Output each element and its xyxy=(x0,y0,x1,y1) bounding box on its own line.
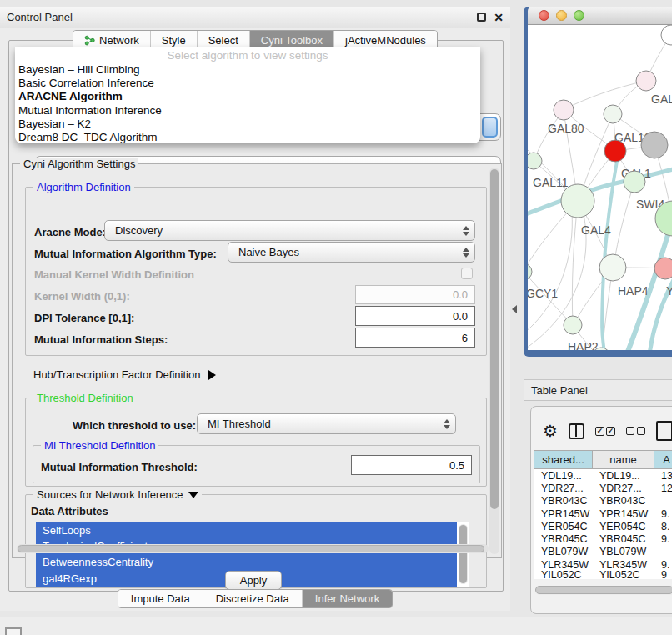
tab-cyni-toolbox[interactable]: Cyni Toolbox xyxy=(250,31,334,49)
tab-discretize-data[interactable]: Discretize Data xyxy=(203,590,303,608)
cyni-bottom-tabbar: Impute Data Discretize Data Infer Networ… xyxy=(0,589,510,608)
algorithm-definition-title: Algorithm Definition xyxy=(33,181,134,193)
mi-steps-label: Mutual Information Steps: xyxy=(34,333,168,346)
table-row[interactable]: YBL079WYBL079W xyxy=(534,546,672,558)
which-threshold-combobox[interactable]: MI Threshold xyxy=(197,413,456,434)
threshold-definition-title: Threshold Definition xyxy=(33,392,137,404)
mi-type-combobox[interactable]: Naive Bayes xyxy=(228,242,475,262)
network-node[interactable] xyxy=(564,316,582,334)
network-node-label: GAL80 xyxy=(548,122,584,135)
dropdown-item[interactable]: Bayesian – K2 xyxy=(15,118,480,131)
column-header-clipped[interactable]: A xyxy=(654,451,672,468)
combo-arrows-icon xyxy=(444,419,450,429)
network-node-label: Y xyxy=(666,284,672,298)
dropdown-item[interactable]: Dream8 DC_TDC Algorithm xyxy=(15,131,480,144)
settings-horizontal-scrollbar[interactable] xyxy=(17,544,489,553)
list-item[interactable]: SelfLoops xyxy=(36,522,457,538)
list-scrollbar[interactable] xyxy=(459,524,468,584)
tab-impute-data[interactable]: Impute Data xyxy=(118,590,203,608)
dpi-tolerance-field[interactable]: 0.0 xyxy=(355,306,475,326)
dropdown-placeholder: Select algorithm to view settings xyxy=(15,49,480,63)
network-icon xyxy=(84,35,95,46)
select-none-icon[interactable] xyxy=(626,427,645,435)
float-panel-icon[interactable] xyxy=(477,12,486,22)
network-node-label: GAL11 xyxy=(533,176,569,189)
table-row[interactable]: YPR145WYPR145W9. xyxy=(534,508,672,520)
dropdown-item[interactable]: Mutual Information Inference xyxy=(15,104,480,118)
network-node[interactable] xyxy=(561,184,594,218)
sources-toggle[interactable]: Sources for Network Inference xyxy=(33,488,202,501)
network-node[interactable] xyxy=(624,171,645,192)
hub-definition-toggle[interactable]: Hub/Transcription Factor Definition xyxy=(33,368,216,381)
combo-arrows-icon xyxy=(463,248,469,258)
network-canvas[interactable]: GALGAL80GAL10GAL1GAL11SWI4GAL4GCY1HAP4YH… xyxy=(528,25,672,350)
manual-kernel-label: Manual Kernel Width Definition xyxy=(34,268,194,281)
combobox-stepper xyxy=(482,117,498,138)
divider-tick xyxy=(3,0,3,5)
combo-arrows-icon xyxy=(463,226,469,236)
network-node[interactable] xyxy=(641,132,668,158)
settings-vertical-scrollbar[interactable] xyxy=(489,168,499,554)
manual-kernel-checkbox[interactable] xyxy=(461,268,473,279)
cyni-algorithm-settings-group: Cyni Algorithm Settings Algorithm Defini… xyxy=(12,163,502,558)
network-node[interactable] xyxy=(654,258,672,279)
network-node-label: GAL4 xyxy=(581,223,611,237)
list-item[interactable]: BetweennessCentrality xyxy=(36,554,457,570)
mi-threshold-group: MI Threshold Definition Mutual Informati… xyxy=(33,445,480,483)
kernel-width-label: Kernel Width (0,1): xyxy=(34,290,130,302)
network-node[interactable] xyxy=(528,263,532,280)
settings-group-title: Cyni Algorithm Settings xyxy=(20,158,138,170)
which-threshold-label: Which threshold to use: xyxy=(73,419,196,432)
mi-type-label: Mutual Information Algorithm Type: xyxy=(34,248,217,260)
network-node-label: GCY1 xyxy=(528,287,558,300)
table-row[interactable]: YER054CYER054C8. xyxy=(534,520,672,532)
close-window-icon[interactable] xyxy=(539,10,549,21)
dropdown-item-highlighted[interactable]: ARACNE Algorithm xyxy=(15,90,480,103)
close-panel-icon[interactable]: ✕ xyxy=(494,12,504,23)
network-node[interactable] xyxy=(636,71,656,91)
sources-title: Sources for Network Inference xyxy=(37,488,183,501)
network-node[interactable] xyxy=(599,254,626,281)
table-horizontal-scrollbar[interactable] xyxy=(535,586,672,595)
table-row[interactable]: YIL052CYIL052C9 xyxy=(534,571,672,579)
table-row[interactable]: YDL19...YDL19...13 xyxy=(534,469,672,482)
table-row[interactable]: YBR043CYBR043C xyxy=(534,495,672,508)
columns-icon[interactable] xyxy=(569,423,584,439)
table-row[interactable]: YLR345WYLR345W9. xyxy=(534,558,672,571)
column-header-name[interactable]: name xyxy=(593,451,654,468)
kernel-width-field[interactable]: 0.0 xyxy=(355,285,475,304)
network-node[interactable] xyxy=(528,152,542,169)
tab-infer-network[interactable]: Infer Network xyxy=(303,590,392,608)
control-panel-titlebar: Control Panel ✕ xyxy=(0,7,510,28)
network-node[interactable] xyxy=(604,105,622,123)
column-header-shared[interactable]: shared... xyxy=(534,451,593,468)
gear-icon[interactable]: ⚙ xyxy=(543,422,558,439)
minimize-window-icon[interactable] xyxy=(556,10,567,21)
aracne-mode-combobox[interactable]: Discovery xyxy=(104,220,475,241)
apply-button[interactable]: Apply xyxy=(225,571,282,590)
dpi-tolerance-label: DPI Tolerance [0,1]: xyxy=(34,312,134,324)
select-all-icon[interactable]: ✓✓ xyxy=(595,427,615,436)
expand-down-icon xyxy=(188,492,198,498)
table-row[interactable]: YDR27...YDR27...12 xyxy=(534,482,672,494)
tab-network-label: Network xyxy=(99,34,139,47)
network-node[interactable] xyxy=(554,100,574,120)
zoom-window-icon[interactable] xyxy=(574,10,584,21)
network-window-titlebar[interactable] xyxy=(528,7,672,25)
mi-steps-field[interactable]: 6 xyxy=(355,328,475,348)
network-node[interactable] xyxy=(604,140,626,162)
control-panel-window: Control Panel ✕ Network Style Sel xyxy=(0,7,510,611)
tab-network[interactable]: Network xyxy=(73,31,151,49)
table-row[interactable]: YBR045CYBR045C9. xyxy=(534,532,672,545)
mi-threshold-label: Mutual Information Threshold: xyxy=(41,461,198,473)
tab-select[interactable]: Select xyxy=(198,31,250,49)
tab-style[interactable]: Style xyxy=(151,31,198,49)
dropdown-item[interactable]: Basic Correlation Inference xyxy=(15,77,480,90)
collapse-panel-arrow[interactable] xyxy=(512,305,517,313)
mi-threshold-field[interactable]: 0.5 xyxy=(351,455,472,475)
dropdown-item[interactable]: Bayesian – Hill Climbing xyxy=(15,63,480,77)
floating-panel-icon[interactable] xyxy=(5,628,22,635)
new-table-icon[interactable] xyxy=(656,421,672,441)
tab-jactivemnodules[interactable]: jActiveMNodules xyxy=(334,31,437,49)
network-node[interactable] xyxy=(661,25,672,45)
